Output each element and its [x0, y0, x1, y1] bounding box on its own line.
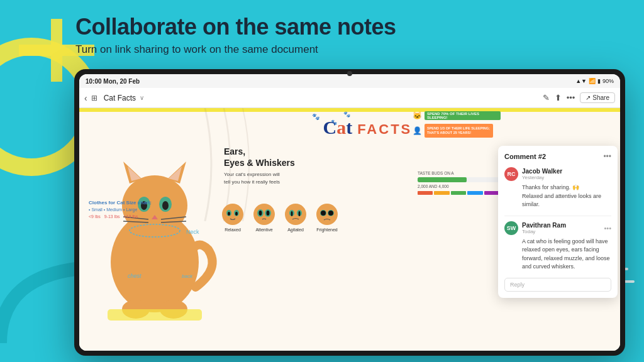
- chart-bar-fill-1: [418, 177, 467, 182]
- chart-label-2: 2,000 AND 4,000: [418, 184, 499, 189]
- status-bar: 10:00 Mon, 20 Feb ▲▼ 📶 ▮ 90%: [79, 74, 620, 88]
- paw-print-2: 🐾: [331, 119, 337, 125]
- svg-point-38: [299, 211, 301, 216]
- svg-point-28: [235, 212, 238, 216]
- cat-expressions: Relaxed Attenti: [221, 202, 339, 232]
- expr-agitated-label: Agitated: [284, 228, 308, 232]
- expr-attentive-label: Attentive: [252, 228, 276, 232]
- ears-section-desc: Your cat's expression willtell you how i…: [224, 171, 350, 185]
- tablet-camera: [347, 71, 352, 76]
- size-small: <9 lbs 9-13 lbs >13 lbs: [89, 214, 152, 221]
- svg-point-27: [228, 212, 230, 216]
- expr-attentive: Attentive: [252, 202, 276, 232]
- comment-avatar-1: RC: [504, 167, 518, 181]
- comment-divider: [504, 216, 611, 216]
- sub-heading: Turn on link sharing to work on the same…: [75, 43, 569, 56]
- size-chart-sizes: • Small • Medium • Large: [89, 207, 152, 214]
- tablet-screen: 10:00 Mon, 20 Feb ▲▼ 📶 ▮ 90% ‹ ⊞ Cat Fac…: [79, 74, 620, 351]
- share-icon: ↗: [586, 94, 591, 101]
- size-chart-title: Clothes for Cat Size chart:: [89, 199, 152, 207]
- expr-agitated: Agitated: [284, 202, 308, 232]
- comment-user-info-2: Pavithran Ram Today: [522, 222, 600, 234]
- person-emoji: 👤: [413, 126, 422, 135]
- svg-text:back: back: [182, 273, 193, 279]
- comment-text-2: A cat who is feeling good will have rela…: [504, 238, 611, 272]
- share-button[interactable]: ↗ Share: [580, 92, 615, 103]
- comment-item-menu-2[interactable]: •••: [604, 224, 611, 232]
- status-time: 10:00 Mon, 20 Feb: [86, 78, 140, 85]
- grid-icon[interactable]: ⊞: [91, 94, 97, 102]
- comment-panel: Comment #2 ••• RC Jacob Walker Yesterday: [498, 146, 618, 298]
- paw-print-1: 🐾: [312, 113, 319, 120]
- more-icon[interactable]: •••: [567, 93, 575, 102]
- battery-icon: ▮: [597, 78, 601, 84]
- paw-print-3: 🐾: [343, 111, 350, 118]
- comment-username-1: Jacob Walker: [522, 168, 611, 175]
- expr-frightened-label: Frightened: [315, 228, 339, 232]
- note-content-area[interactable]: Cat FACTS 🐾 🐾 🐾: [79, 108, 620, 351]
- battery-percent: 90%: [602, 78, 614, 84]
- comment-avatar-2: SW: [504, 221, 518, 235]
- svg-text:Neck: Neck: [186, 229, 199, 235]
- right-chart: TASTE BUDS ON A 2,000 AND 4,000: [418, 171, 499, 195]
- svg-point-32: [259, 211, 262, 216]
- svg-point-39: [316, 204, 338, 225]
- app-toolbar: ‹ ⊞ Cat Facts ∨ ✎ ⬆ ••• ↗ Share: [79, 88, 620, 108]
- svg-point-43: [328, 211, 333, 216]
- toolbar-actions: ✎ ⬆ ••• ↗ Share: [543, 92, 615, 103]
- comment-item-1: RC Jacob Walker Yesterday Thanks for sha…: [504, 167, 611, 209]
- chart-label-1: TASTE BUDS ON A: [418, 171, 499, 175]
- expr-relaxed: Relaxed: [221, 202, 245, 232]
- chart-bar-bg-1: [418, 177, 499, 182]
- comment-header-menu[interactable]: •••: [603, 152, 611, 161]
- svg-point-37: [291, 211, 293, 216]
- bar2-label: SPEND 1/3 OF THEIR LIFE SLEEPING;THAT'S …: [427, 126, 490, 135]
- expr-frightened: Frightened: [315, 202, 339, 232]
- comment-user-info-1: Jacob Walker Yesterday: [522, 168, 611, 180]
- cat-word: Cat: [323, 117, 352, 138]
- title-chevron: ∨: [140, 94, 144, 101]
- signal-icon: ▲▼: [575, 78, 587, 84]
- comment-item-2: SW Pavithran Ram Today ••• A cat who is …: [504, 221, 611, 272]
- svg-point-42: [321, 211, 326, 216]
- export-icon[interactable]: ⬆: [555, 93, 562, 102]
- svg-text:chest: chest: [128, 273, 142, 279]
- expr-relaxed-label: Relaxed: [221, 228, 245, 232]
- svg-point-24: [222, 204, 243, 225]
- share-label: Share: [592, 94, 609, 101]
- avatar-initials-1: RC: [508, 171, 516, 177]
- svg-point-34: [285, 204, 306, 225]
- comment-user-row-1: RC Jacob Walker Yesterday: [504, 167, 611, 181]
- size-chart-label: Clothes for Cat Size chart: • Small • Me…: [89, 199, 152, 220]
- svg-point-29: [253, 204, 275, 225]
- comment-panel-header: Comment #2 •••: [504, 152, 611, 161]
- reply-input[interactable]: Reply: [504, 278, 611, 292]
- tablet-device: 10:00 Mon, 20 Feb ▲▼ 📶 ▮ 90% ‹ ⊞ Cat Fac…: [74, 69, 625, 356]
- color-strip: [418, 191, 499, 195]
- svg-point-11: [162, 201, 169, 210]
- ears-eyes-section: Ears,Eyes & Whiskers Your cat's expressi…: [224, 146, 350, 185]
- wifi-icon: 📶: [589, 78, 596, 84]
- reply-placeholder: Reply: [510, 282, 525, 288]
- comment-username-2: Pavithran Ram: [522, 222, 600, 229]
- svg-point-33: [267, 211, 270, 216]
- comment-text-1: Thanks for sharing. 🙌Relaxed and attenti…: [504, 184, 611, 209]
- back-button[interactable]: ‹: [84, 93, 87, 103]
- comment-time-2: Today: [522, 229, 600, 234]
- comment-time-1: Yesterday: [522, 175, 611, 180]
- cat-illustration: Neck chest back: [89, 124, 221, 325]
- infographic-section: 🐱 SPEND 70% OF THEIR LIVES SLEEPING! 👤: [413, 111, 501, 141]
- bar1-label: SPEND 70% OF THEIR LIVES SLEEPING!: [427, 112, 498, 119]
- facts-word: FACTS: [357, 121, 412, 138]
- infographic-bar-1: 🐱 SPEND 70% OF THEIR LIVES SLEEPING!: [413, 111, 501, 120]
- comment-panel-title: Comment #2: [504, 153, 546, 160]
- cat-emoji-1: 🐱: [413, 111, 422, 120]
- header-area: Collaborate on the same notes Turn on li…: [75, 14, 569, 56]
- pencil-icon[interactable]: ✎: [543, 93, 550, 102]
- status-icons: ▲▼ 📶 ▮ 90%: [575, 78, 614, 84]
- infographic-bar-2: 👤 SPEND 1/3 OF THEIR LIFE SLEEPING;THAT'…: [413, 124, 501, 138]
- svg-rect-19: [108, 309, 202, 321]
- document-title: Cat Facts: [104, 94, 136, 102]
- tablet-container: 10:00 Mon, 20 Feb ▲▼ 📶 ▮ 90% ‹ ⊞ Cat Fac…: [74, 69, 625, 356]
- main-heading: Collaborate on the same notes: [75, 14, 569, 40]
